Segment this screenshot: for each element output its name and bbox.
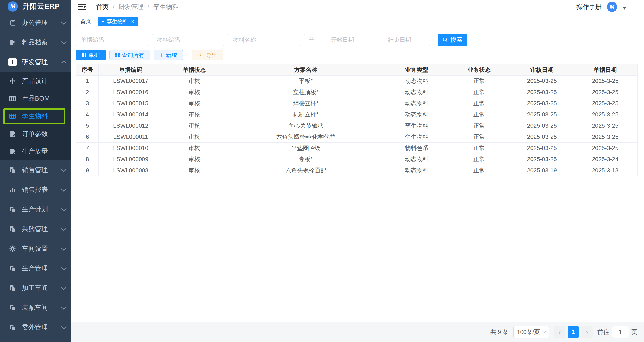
- material-name-input[interactable]: [228, 34, 300, 46]
- sidebar: M 升阳云ERP 办公管理 料品档案 I 研发管理: [0, 0, 71, 342]
- sidebar-item-product-bom[interactable]: 产品BOM: [0, 90, 71, 107]
- sidebar-item-sales-report[interactable]: 销售报表: [0, 180, 71, 200]
- sidebar-item-production-mgmt[interactable]: 生产管理: [0, 258, 71, 278]
- chevron-down-icon: [61, 206, 66, 211]
- date-range-picker[interactable]: 开始日期 - 结束日期: [304, 34, 430, 46]
- sidebar-item-order-params[interactable]: 订单参数: [0, 125, 71, 142]
- app-title: 升阳云ERP: [22, 2, 60, 12]
- app-root: M 升阳云ERP 办公管理 料品档案 I 研发管理: [0, 0, 644, 342]
- cell-audit-date: 2025-03-25: [511, 109, 573, 120]
- breadcrumb-separator: /: [148, 3, 149, 10]
- cell-audit-date: 2025-03-25: [511, 142, 573, 154]
- page-number-button[interactable]: 1: [568, 326, 579, 338]
- sidebar-item-processing-workshop[interactable]: 加工车间: [0, 278, 71, 298]
- chevron-down-icon: [542, 330, 546, 333]
- sidebar-item-label: 采购管理: [22, 225, 48, 234]
- export-button[interactable]: 导出: [192, 50, 223, 60]
- table-row: 6 LSWL000011 审核 六角头螺栓=>化学代替 孪生物料 正常 2025…: [76, 132, 638, 142]
- active-dot-icon: ●: [102, 20, 104, 23]
- grid-icon: [82, 53, 86, 57]
- user-avatar[interactable]: M: [607, 2, 617, 12]
- chevron-up-icon: [61, 60, 66, 66]
- sidebar-collapse-icon[interactable]: [78, 3, 87, 10]
- sidebar-item-label: 孪生物料: [22, 112, 48, 121]
- tab-home[interactable]: 首页: [76, 17, 95, 26]
- page-size-select[interactable]: 100条/页: [514, 326, 549, 338]
- cell-scheme-name: 轧制立柱*: [226, 109, 386, 120]
- export-button-label: 导出: [206, 52, 217, 59]
- cell-doc-code-link[interactable]: LSWL000016: [98, 87, 163, 98]
- column-header-business-status: 业务状态: [448, 64, 511, 76]
- sidebar-item-twin-material[interactable]: 孪生物料: [0, 107, 71, 125]
- sidebar-item-sales-mgmt[interactable]: 销售管理: [0, 160, 71, 180]
- copy-icon: [8, 264, 16, 272]
- cell-business-status: 正常: [448, 165, 511, 176]
- cell-doc-code-link[interactable]: LSWL000014: [98, 109, 163, 120]
- sidebar-item-rd-mgmt[interactable]: I 研发管理: [0, 52, 71, 72]
- cell-doc-date: 2025-3-25: [573, 109, 638, 120]
- cell-doc-code-link[interactable]: LSWL000017: [98, 76, 163, 87]
- cell-doc-code-link[interactable]: LSWL000008: [98, 165, 163, 176]
- query-all-button[interactable]: 查询所有: [109, 50, 150, 60]
- breadcrumb: 首页 / 研发管理 / 孪生物料: [96, 3, 178, 11]
- table-row: 1 LSWL000017 审核 平板* 动态物料 正常 2025-03-25 2…: [76, 76, 638, 87]
- table-row: 9 LSWL000008 审核 六角头螺栓通配 动态物料 正常 2025-03-…: [76, 165, 638, 176]
- sidebar-item-purchase-mgmt[interactable]: 采购管理: [0, 219, 71, 239]
- prev-page-button[interactable]: ‹: [554, 326, 565, 338]
- sidebar-item-label: 料品档案: [22, 38, 48, 47]
- chevron-down-icon: [61, 225, 66, 231]
- search-icon: [442, 37, 448, 43]
- next-page-button[interactable]: ›: [582, 326, 592, 338]
- app-logo: M 升阳云ERP: [0, 0, 71, 13]
- operation-manual-link[interactable]: 操作手册: [576, 3, 602, 11]
- breadcrumb-current: 孪生物料: [154, 3, 178, 11]
- cell-doc-code-link[interactable]: LSWL000010: [98, 142, 163, 154]
- cell-doc-code-link[interactable]: LSWL000015: [98, 98, 163, 109]
- table-icon: [8, 112, 16, 120]
- close-icon[interactable]: ×: [131, 19, 134, 24]
- sidebar-item-label: 销售报表: [22, 185, 48, 194]
- sidebar-item-office-mgmt[interactable]: 办公管理: [0, 13, 71, 33]
- cell-scheme-name: 向心关节轴承: [226, 120, 386, 132]
- sidebar-item-assembly-workshop[interactable]: 装配车间: [0, 298, 71, 318]
- column-header-doc-code: 单据编码: [98, 64, 163, 76]
- goto-page-input[interactable]: [612, 326, 629, 338]
- material-code-input[interactable]: [152, 34, 224, 46]
- doc-edit-icon: [8, 148, 16, 156]
- doc-code-input[interactable]: [76, 34, 148, 46]
- sidebar-item-production-plan[interactable]: 生产计划: [0, 200, 71, 219]
- pagination-total: 共 9 条: [490, 328, 508, 336]
- cell-doc-code-link[interactable]: LSWL000011: [98, 132, 163, 142]
- user-menu-caret-icon[interactable]: [622, 7, 626, 10]
- cell-doc-status: 审核: [163, 98, 226, 109]
- add-button[interactable]: + 新增: [154, 50, 183, 60]
- cell-serial: 5: [76, 120, 98, 132]
- cell-doc-date: 2025-3-18: [573, 165, 638, 176]
- sidebar-item-label: 生产计划: [22, 205, 48, 214]
- table-row: 3 LSWL000015 审核 焊接立柱* 动态物料 正常 2025-03-25…: [76, 98, 638, 109]
- content-panel: 开始日期 - 结束日期 搜索 单据 查询所有: [71, 29, 644, 322]
- chevron-down-icon: [61, 186, 66, 192]
- chevron-down-icon: [61, 265, 66, 270]
- column-header-audit-date: 审核日期: [511, 64, 573, 76]
- sidebar-item-material-archive[interactable]: 料品档案: [0, 33, 71, 52]
- sidebar-item-outsourcing-mgmt[interactable]: 委外管理: [0, 318, 71, 337]
- doc-button[interactable]: 单据: [76, 50, 106, 60]
- cell-doc-date: 2025-3-24: [573, 154, 638, 165]
- breadcrumb-home[interactable]: 首页: [96, 3, 109, 11]
- cell-audit-date: 2025-03-25: [511, 154, 573, 165]
- sidebar-item-label: 委外管理: [22, 323, 48, 332]
- sidebar-item-production-volume[interactable]: 生产放量: [0, 142, 71, 160]
- sidebar-item-workshop-settings[interactable]: 车间设置: [0, 239, 71, 258]
- tab-twin-material[interactable]: ● 孪生物料 ×: [98, 17, 138, 26]
- cell-serial: 1: [76, 76, 98, 87]
- cell-doc-code-link[interactable]: LSWL000012: [98, 120, 163, 132]
- sidebar-item-product-design[interactable]: 产品设计: [0, 72, 71, 90]
- cell-doc-code-link[interactable]: LSWL000009: [98, 154, 163, 165]
- breadcrumb-rd-mgmt[interactable]: 研发管理: [118, 3, 144, 11]
- cell-serial: 8: [76, 154, 98, 165]
- archive-icon: [8, 38, 16, 46]
- sidebar-item-label: 生产管理: [22, 264, 48, 273]
- column-header-serial: 序号: [76, 64, 98, 76]
- search-button[interactable]: 搜索: [438, 34, 467, 46]
